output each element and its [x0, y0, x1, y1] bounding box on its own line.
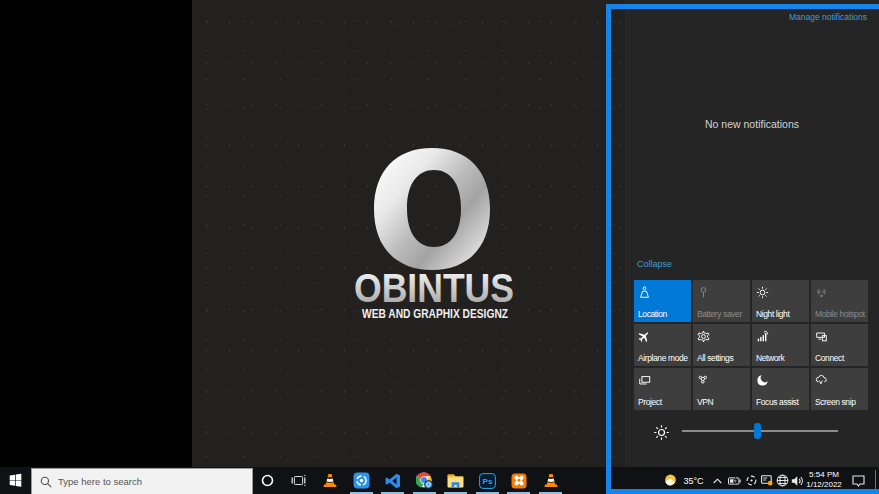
svg-text:Ps: Ps	[483, 477, 493, 486]
svg-text:WEB AND GRAPHIX DESIGNZ: WEB AND GRAPHIX DESIGNZ	[362, 307, 508, 321]
svg-text:OBINTUS: OBINTUS	[354, 266, 514, 310]
